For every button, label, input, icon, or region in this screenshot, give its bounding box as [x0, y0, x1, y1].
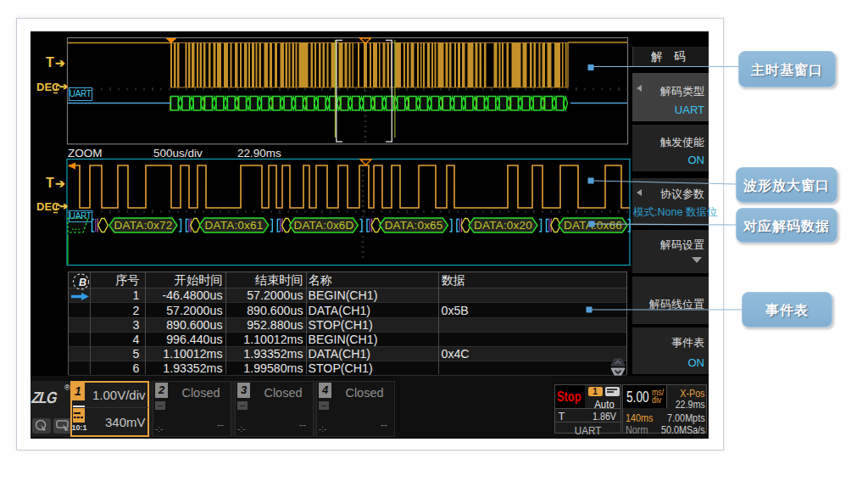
- svg-text:DATA:0x72: DATA:0x72: [114, 219, 173, 232]
- svg-text:DATA:0x20: DATA:0x20: [474, 219, 532, 232]
- svg-text:500us/div: 500us/div: [153, 147, 203, 160]
- svg-text:DATA:0x65: DATA:0x65: [385, 219, 443, 232]
- svg-text:B: B: [79, 277, 86, 288]
- svg-text:DATA:0x66: DATA:0x66: [564, 219, 622, 232]
- svg-text:DATA:0x6D: DATA:0x6D: [293, 219, 353, 232]
- svg-text:22.90ms: 22.90ms: [237, 147, 281, 160]
- svg-text:DATA:0x61: DATA:0x61: [205, 219, 264, 232]
- svg-text:ZOOM: ZOOM: [68, 147, 103, 160]
